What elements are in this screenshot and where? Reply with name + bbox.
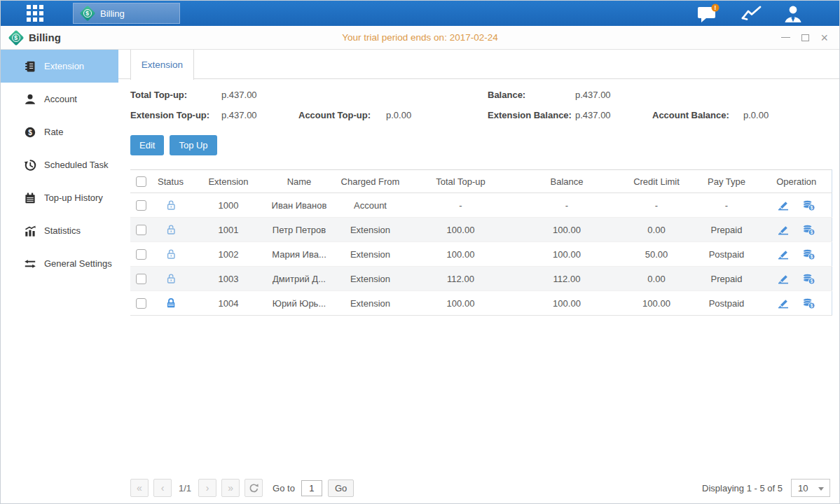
trial-notice: Your trial period ends on: 2017-02-24: [1, 32, 839, 43]
topup-history-calendar-icon: [24, 192, 36, 204]
sidebar-item-topup-history[interactable]: Top-up History: [1, 181, 118, 214]
select-all-checkbox[interactable]: [136, 176, 146, 187]
tab-extension[interactable]: Extension: [130, 50, 194, 80]
cell-charged-from: Extension: [331, 291, 409, 316]
cell-total-topup: -: [409, 193, 512, 218]
cell-extension: 1000: [190, 193, 267, 218]
cell-pay-type: -: [691, 193, 762, 218]
sidebar-item-statistics[interactable]: Statistics: [1, 214, 118, 247]
edit-pencil-icon[interactable]: [777, 200, 790, 211]
maximize-icon[interactable]: [801, 34, 809, 41]
column-extension: Extension: [190, 170, 267, 193]
status-lock-icon: [165, 298, 177, 309]
general-settings-arrows-icon: [24, 258, 36, 270]
cell-name: Мария Ива...: [267, 242, 331, 267]
cell-extension: 1003: [190, 267, 267, 291]
line-chart-icon[interactable]: [741, 4, 763, 22]
sidebar-item-rate[interactable]: $ Rate: [1, 115, 118, 148]
topup-coins-icon[interactable]: $: [802, 273, 815, 285]
window-title: Billing: [29, 31, 61, 43]
row-checkbox[interactable]: [136, 249, 146, 260]
extension-table-body: 1000 Иван Иванов Account - - - -: [130, 193, 832, 316]
svg-text:$: $: [811, 279, 813, 284]
messages-icon[interactable]: !: [696, 4, 720, 23]
cell-credit-limit: 0.00: [621, 267, 691, 291]
column-balance: Balance: [512, 170, 621, 193]
cell-pay-type: Prepaid: [691, 267, 762, 291]
extension-table: Status Extension Name Charged From Total…: [130, 169, 832, 316]
next-page-button[interactable]: ›: [198, 479, 216, 497]
cell-balance: 100.00: [512, 242, 621, 267]
svg-text:$: $: [811, 205, 813, 211]
cell-credit-limit: 50.00: [621, 242, 691, 267]
edit-pencil-icon[interactable]: [777, 298, 790, 309]
svg-text:$: $: [28, 128, 32, 136]
taskbar-tab-billing[interactable]: $ Billing: [73, 3, 180, 24]
cell-total-topup: 100.00: [409, 291, 512, 316]
edit-pencil-icon[interactable]: [777, 249, 790, 260]
summary-label: Extension Top-up:: [130, 110, 221, 120]
cell-name: Иван Иванов: [267, 193, 331, 218]
sidebar-item-scheduled-task[interactable]: Scheduled Task: [1, 148, 118, 181]
sidebar-item-general-settings[interactable]: General Settings: [1, 247, 118, 280]
sidebar: Extension Account $ Rate: [1, 50, 118, 503]
cell-total-topup: 112.00: [409, 267, 512, 291]
close-icon[interactable]: ×: [820, 33, 828, 43]
unlocked-icon: [165, 200, 177, 211]
table-row: 1004 Юрий Юрь... Extension 100.00 100.00…: [130, 291, 832, 316]
window-titlebar: $ Billing Your trial period ends on: 201…: [1, 26, 839, 50]
unlocked-icon: [165, 224, 177, 235]
row-checkbox[interactable]: [136, 274, 146, 284]
refresh-button[interactable]: [245, 479, 263, 497]
topup-coins-icon[interactable]: $: [802, 200, 815, 211]
sidebar-item-account[interactable]: Account: [1, 83, 118, 115]
row-checkbox[interactable]: [136, 298, 146, 309]
summary-value: p.437.00: [575, 110, 652, 120]
edit-button[interactable]: Edit: [130, 135, 164, 155]
top-up-button[interactable]: Top Up: [170, 135, 216, 155]
chevron-down-icon: [818, 487, 824, 491]
cell-name: Дмитрий Д...: [267, 267, 331, 291]
column-total-topup: Total Top-up: [409, 170, 512, 193]
message-badge: !: [715, 4, 717, 11]
cell-pay-type: Postpaid: [691, 291, 762, 316]
tab-strip: Extension: [118, 50, 839, 79]
page-size-select[interactable]: 10: [791, 479, 830, 497]
scheduled-task-clock-icon: [24, 159, 36, 172]
table-row: 1002 Мария Ива... Extension 100.00 100.0…: [130, 242, 832, 267]
billing-diamond-icon: $: [80, 6, 95, 21]
page-indicator: 1/1: [179, 483, 191, 493]
sidebar-item-extension[interactable]: Extension: [1, 50, 118, 83]
sidebar-item-label: Rate: [44, 127, 63, 137]
edit-pencil-icon[interactable]: [777, 274, 790, 284]
topup-coins-icon[interactable]: $: [802, 298, 815, 309]
go-button[interactable]: Go: [328, 479, 354, 497]
topup-coins-icon[interactable]: $: [802, 224, 815, 236]
summary-value: p.437.00: [575, 90, 652, 100]
pagination-bar: « ‹ 1/1 › » Go to Go Displaying 1 - 5 of…: [130, 478, 830, 498]
column-credit-limit: Credit Limit: [621, 170, 691, 193]
summary-value: p.437.00: [221, 110, 298, 120]
sidebar-item-label: Top-up History: [44, 192, 103, 203]
statistics-chart-icon: [24, 225, 36, 237]
minimize-icon[interactable]: [781, 37, 790, 38]
user-icon[interactable]: [783, 4, 803, 23]
first-page-button[interactable]: «: [130, 479, 149, 497]
balance-summary: Total Top-up: p.437.00 Balance: p.437.00…: [130, 90, 830, 120]
row-checkbox[interactable]: [136, 200, 146, 211]
summary-label: Account Balance:: [652, 110, 743, 120]
status-lock-icon: [165, 224, 177, 235]
svg-text:$: $: [811, 254, 813, 260]
topup-coins-icon[interactable]: $: [802, 248, 815, 260]
status-lock-icon: [165, 200, 177, 211]
sidebar-item-label: Statistics: [44, 225, 81, 236]
apps-grid-icon[interactable]: [27, 5, 43, 22]
cell-extension: 1004: [190, 291, 267, 316]
last-page-button[interactable]: »: [221, 479, 240, 497]
row-checkbox[interactable]: [136, 225, 146, 235]
cell-extension: 1002: [190, 242, 267, 267]
goto-page-input[interactable]: [301, 480, 322, 496]
previous-page-button[interactable]: ‹: [153, 479, 172, 497]
edit-pencil-icon[interactable]: [777, 225, 790, 235]
cell-pay-type: Postpaid: [691, 242, 762, 267]
